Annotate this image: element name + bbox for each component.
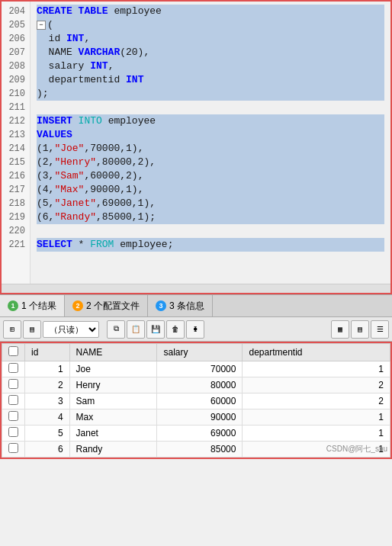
table-view-btn[interactable]: ▦ — [331, 320, 349, 339]
tab-2[interactable]: 33 条信息 — [148, 295, 213, 316]
code-line-215: (2,"Henry",80000,2), — [37, 156, 384, 169]
col-header-1: id — [25, 344, 70, 361]
table-row[interactable]: 5Janet690001 — [2, 426, 390, 442]
code-line-206: id INT, — [37, 32, 384, 46]
code-line-208: salary INT, — [37, 59, 384, 73]
cell-salary: 60000 — [157, 393, 243, 410]
code-content[interactable]: CREATE TABLE employee−( id INT, NAME VAR… — [31, 2, 390, 284]
code-line-216: (3,"Sam",60000,2), — [37, 169, 384, 183]
cell-name: Sam — [69, 393, 157, 410]
line-numbers: 2042052062072082092102112122132142152162… — [2, 2, 31, 284]
text-view-btn[interactable]: ☰ — [371, 320, 389, 339]
tab-icon-2: 3 — [156, 300, 166, 311]
table-row[interactable]: 1Joe700001 — [2, 361, 390, 377]
code-line-218: (5,"Janet",69000,1), — [37, 197, 384, 210]
cell-id: 6 — [25, 442, 70, 458]
cell-id: 1 — [25, 361, 70, 377]
collapse-btn[interactable]: − — [37, 21, 46, 30]
row-checkbox[interactable] — [8, 427, 18, 437]
cell-salary: 70000 — [157, 361, 243, 377]
tab-label-0: 1 个结果 — [21, 300, 56, 313]
horizontal-scrollbar[interactable] — [2, 284, 390, 293]
export-btn[interactable]: ▤ — [23, 320, 41, 339]
row-checkbox[interactable] — [8, 411, 18, 421]
code-line-205: −( — [37, 18, 384, 32]
code-line-217: (4,"Max",90000,1), — [37, 183, 384, 197]
results-table: idNAMEsalarydepartmentid1Joe7000012Henry… — [2, 343, 390, 458]
save-btn[interactable]: 💾 — [146, 320, 165, 339]
code-line-210: ); — [37, 87, 384, 101]
col-header-3: salary — [157, 344, 243, 361]
code-line-214: (1,"Joe",70000,1), — [37, 142, 384, 156]
paste-btn[interactable]: 📋 — [127, 320, 145, 339]
filter-btn[interactable]: ⧳ — [186, 320, 204, 339]
row-checkbox[interactable] — [8, 363, 18, 373]
form-view-btn[interactable]: ▤ — [351, 320, 369, 339]
cell-dept: 2 — [243, 393, 390, 410]
readonly-select[interactable]: （只读） — [43, 321, 99, 338]
tab-icon-1: 2 — [72, 300, 83, 311]
row-checkbox[interactable] — [8, 379, 18, 389]
tab-label-2: 3 条信息 — [169, 300, 204, 313]
code-editor: 2042052062072082092102112122132142152162… — [0, 0, 392, 294]
tab-icon-0: 1 — [8, 300, 18, 311]
cell-name: Janet — [69, 426, 157, 442]
tab-1[interactable]: 22 个配置文件 — [65, 295, 148, 316]
code-line-213: VALUES — [37, 128, 384, 142]
table-row[interactable]: 2Henry800002 — [2, 377, 390, 393]
code-line-221: SELECT * FROM employee; — [37, 238, 384, 252]
cell-dept: 2 — [243, 377, 390, 393]
row-checkbox[interactable] — [8, 443, 18, 453]
cell-salary: 85000 — [157, 442, 243, 458]
cell-salary: 80000 — [157, 377, 243, 393]
code-line-220 — [37, 224, 384, 238]
cell-salary: 90000 — [157, 410, 243, 426]
cell-name: Max — [69, 410, 157, 426]
tab-label-1: 2 个配置文件 — [86, 300, 140, 313]
code-line-204: CREATE TABLE employee — [37, 5, 384, 18]
cell-name: Randy — [69, 442, 157, 458]
code-line-209: departmentid INT — [37, 73, 384, 87]
cell-id: 2 — [25, 377, 70, 393]
tab-0[interactable]: 11 个结果 — [0, 295, 65, 316]
delete-btn[interactable]: 🗑 — [166, 320, 185, 339]
cell-dept: 1 — [243, 410, 390, 426]
col-header-4: departmentid — [243, 344, 390, 361]
grid-view-btn[interactable]: ⊞ — [3, 320, 21, 339]
cell-name: Joe — [69, 361, 157, 377]
table-row[interactable]: 3Sam600002 — [2, 393, 390, 410]
cell-name: Henry — [69, 377, 157, 393]
code-line-219: (6,"Randy",85000,1); — [37, 210, 384, 224]
cell-id: 5 — [25, 426, 70, 442]
code-line-211 — [37, 101, 384, 114]
col-header-2: NAME — [69, 344, 157, 361]
result-tabs: 11 个结果22 个配置文件33 条信息 — [0, 294, 392, 317]
watermark: CSDN@阿七_shu — [326, 444, 387, 454]
cell-id: 3 — [25, 393, 70, 410]
cell-dept: 1 — [243, 361, 390, 377]
row-checkbox[interactable] — [8, 395, 18, 405]
table-row[interactable]: 4Max900001 — [2, 410, 390, 426]
code-line-207: NAME VARCHAR(20), — [37, 46, 384, 59]
col-header-0 — [2, 344, 25, 361]
select-all-checkbox[interactable] — [8, 346, 18, 356]
cell-salary: 69000 — [157, 426, 243, 442]
cell-id: 4 — [25, 410, 70, 426]
results-toolbar: ⊞ ▤ （只读） ⧉ 📋 💾 🗑 ⧳ ▦ ▤ ☰ — [0, 317, 392, 342]
copy-btn[interactable]: ⧉ — [107, 320, 125, 339]
code-line-212: INSERT INTO employee — [37, 114, 384, 128]
cell-dept: 1 — [243, 426, 390, 442]
